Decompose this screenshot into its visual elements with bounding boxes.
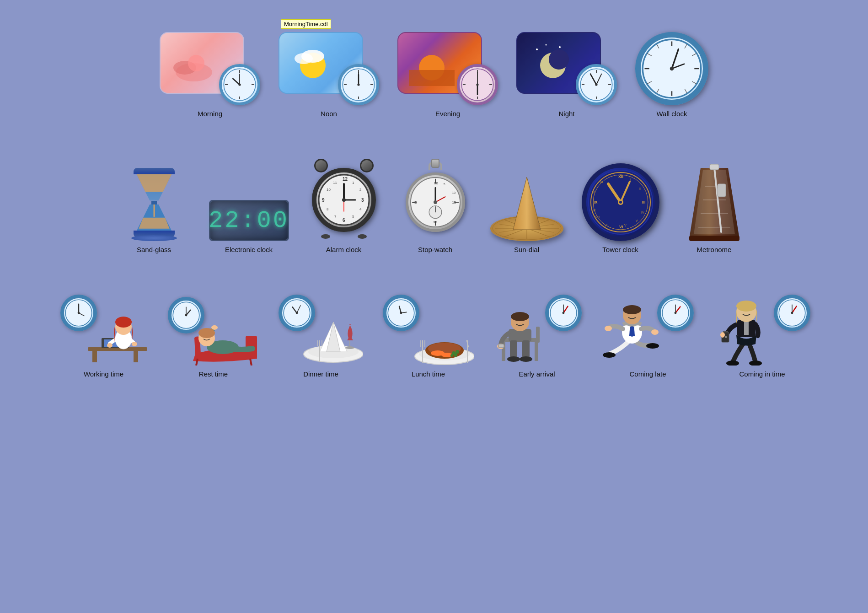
svg-text:IX: IX bbox=[594, 200, 598, 204]
noon-tooltip: MorningTime.cdl bbox=[281, 19, 331, 29]
svg-marker-107 bbox=[513, 177, 541, 230]
svg-rect-236 bbox=[744, 321, 749, 335]
icon-evening: Evening bbox=[397, 32, 498, 118]
svg-point-212 bbox=[520, 356, 532, 362]
tower-clock-label: Tower clock bbox=[602, 246, 638, 253]
stop-watch-label: Stop-watch bbox=[418, 246, 452, 253]
svg-text:11: 11 bbox=[333, 181, 337, 185]
coming-in-time-label: Coming in time bbox=[739, 370, 785, 378]
icon-night: Night bbox=[516, 32, 617, 118]
svg-text:45: 45 bbox=[413, 200, 417, 204]
svg-text:VIII: VIII bbox=[595, 215, 600, 219]
rest-time-label: Rest time bbox=[199, 370, 228, 378]
svg-text:5: 5 bbox=[443, 183, 445, 186]
early-arrival-label: Early arrival bbox=[519, 370, 555, 378]
svg-point-83 bbox=[342, 198, 346, 202]
svg-point-242 bbox=[736, 301, 756, 312]
svg-point-21 bbox=[357, 83, 359, 86]
icon-rest-time: Rest time bbox=[168, 295, 259, 378]
svg-text:III: III bbox=[642, 200, 646, 204]
svg-text:8: 8 bbox=[327, 207, 329, 211]
svg-point-220 bbox=[674, 312, 676, 314]
svg-point-2 bbox=[188, 55, 204, 71]
alarm-clock-label: Alarm clock bbox=[326, 246, 362, 253]
svg-rect-136 bbox=[718, 184, 726, 197]
working-time-label: Working time bbox=[84, 370, 123, 378]
svg-marker-63 bbox=[136, 174, 171, 192]
icon-coming-in-time: Coming in time bbox=[714, 295, 810, 378]
icon-lunch-time: Lunch time bbox=[383, 295, 474, 378]
svg-rect-23 bbox=[409, 70, 455, 86]
icon-metronome: Metronome bbox=[678, 163, 751, 253]
svg-point-233 bbox=[726, 360, 739, 366]
svg-text:VI: VI bbox=[619, 225, 623, 229]
svg-text:I: I bbox=[630, 178, 631, 181]
svg-text:IX: IX bbox=[593, 209, 596, 212]
coming-late-label: Coming late bbox=[629, 370, 666, 378]
svg-point-153 bbox=[107, 343, 113, 348]
svg-point-211 bbox=[507, 356, 520, 362]
svg-point-61 bbox=[670, 67, 674, 71]
noon-label: Noon bbox=[321, 110, 337, 118]
svg-text:30: 30 bbox=[433, 220, 437, 224]
svg-point-152 bbox=[115, 317, 132, 328]
svg-point-228 bbox=[623, 305, 641, 314]
svg-rect-137 bbox=[710, 164, 719, 170]
svg-point-234 bbox=[749, 360, 762, 366]
svg-point-226 bbox=[651, 329, 659, 335]
svg-text:3: 3 bbox=[361, 198, 364, 203]
svg-marker-65 bbox=[139, 217, 169, 228]
svg-point-203 bbox=[562, 312, 564, 314]
svg-rect-145 bbox=[134, 351, 138, 362]
icon-electronic-clock: 22:00 Electronic clock bbox=[209, 200, 289, 253]
night-label: Night bbox=[558, 110, 574, 118]
svg-point-45 bbox=[595, 83, 597, 86]
svg-text:2: 2 bbox=[359, 188, 362, 192]
row-3: Working time bbox=[0, 276, 868, 382]
morning-label: Morning bbox=[198, 110, 222, 118]
icon-early-arrival: Early arrival bbox=[493, 295, 582, 378]
svg-point-222 bbox=[646, 343, 659, 349]
svg-rect-214 bbox=[498, 344, 504, 348]
svg-point-142 bbox=[77, 312, 80, 314]
icon-alarm-clock: 12 3 6 9 1 2 4 5 7 8 10 11 bbox=[307, 159, 380, 253]
svg-text:1: 1 bbox=[352, 181, 354, 185]
svg-point-13 bbox=[301, 50, 324, 63]
svg-text:10: 10 bbox=[327, 188, 331, 192]
lunch-time-label: Lunch time bbox=[412, 370, 445, 378]
icon-wall-clock: Wall clock bbox=[635, 32, 708, 118]
evening-label: Evening bbox=[435, 110, 460, 118]
icon-morning: Morning bbox=[160, 32, 260, 118]
svg-text:7: 7 bbox=[334, 215, 337, 219]
svg-rect-209 bbox=[510, 340, 517, 359]
svg-point-216 bbox=[511, 312, 529, 321]
svg-text:II: II bbox=[639, 187, 641, 190]
svg-text:10: 10 bbox=[452, 191, 455, 194]
icon-noon: MorningTime.cdl Noon bbox=[279, 32, 379, 118]
digital-time-display: 22:00 bbox=[209, 207, 289, 234]
svg-point-31 bbox=[476, 83, 478, 86]
svg-text:6: 6 bbox=[343, 218, 345, 223]
svg-rect-239 bbox=[725, 336, 727, 338]
icon-dinner-time: Dinner time bbox=[278, 295, 364, 378]
sand-glass-label: Sand-glass bbox=[137, 246, 171, 253]
svg-text:9: 9 bbox=[322, 198, 325, 203]
svg-point-221 bbox=[603, 352, 616, 358]
row-2: Sand-glass 22:00 Electronic clock 12 3 6… bbox=[0, 140, 868, 258]
svg-text:V: V bbox=[624, 224, 627, 227]
svg-text:15: 15 bbox=[452, 200, 456, 204]
icon-coming-late: Coming late bbox=[600, 295, 696, 378]
svg-rect-138 bbox=[689, 236, 739, 241]
svg-point-34 bbox=[559, 46, 561, 48]
icon-sun-dial: Sun-dial bbox=[490, 182, 563, 253]
metronome-label: Metronome bbox=[697, 246, 732, 253]
svg-text:12: 12 bbox=[343, 177, 348, 182]
svg-point-32 bbox=[536, 48, 538, 50]
svg-text:4: 4 bbox=[359, 207, 362, 211]
svg-point-191 bbox=[455, 350, 459, 354]
icon-working-time: Working time bbox=[58, 295, 150, 378]
sun-dial-label: Sun-dial bbox=[514, 246, 539, 253]
row-1: Morning bbox=[0, 14, 868, 122]
svg-rect-210 bbox=[522, 340, 530, 359]
icon-stop-watch: 60 15 30 45 5 10 Stop-watch bbox=[399, 159, 472, 253]
